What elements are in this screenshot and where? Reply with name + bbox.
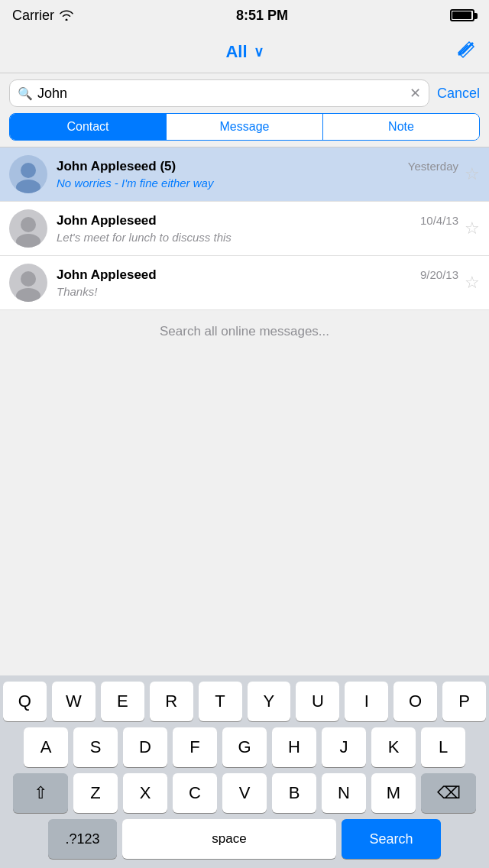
message-date: 9/20/13 [420,268,458,281]
key-h[interactable]: H [272,727,316,767]
svg-point-2 [16,180,40,193]
search-input[interactable] [37,86,405,102]
numbers-key[interactable]: .?123 [48,819,117,859]
svg-point-3 [21,217,36,232]
key-e[interactable]: E [101,682,144,721]
avatar [9,209,47,248]
key-z[interactable]: Z [73,773,118,813]
message-item[interactable]: John Appleseed 9/20/13 Thanks! ☆ [0,256,489,310]
message-content: John Appleseed 10/4/13 Let's meet for lu… [57,213,458,245]
battery-indicator [450,9,477,21]
space-key[interactable]: space [122,819,336,859]
status-bar: Carrier 8:51 PM [0,0,489,31]
wifi-icon [59,10,74,21]
battery-icon [450,9,474,21]
keyboard-row-1: Q W E R T Y U I O P [3,682,486,721]
message-header: John Appleseed (5) Yesterday [57,159,458,174]
key-v[interactable]: V [222,773,267,813]
segment-control: Contact Message Note [9,113,480,141]
message-date: 10/4/13 [420,214,458,227]
svg-point-1 [21,163,36,178]
avatar [9,155,47,193]
key-b[interactable]: B [272,773,316,813]
chevron-down-icon: ∨ [254,44,264,60]
keyboard: Q W E R T Y U I O P A S D F G H J K L ⇧ … [0,675,489,868]
message-name: John Appleseed [57,213,157,228]
key-i[interactable]: I [345,682,388,721]
keyboard-row-3: ⇧ Z X C V B N M ⌫ [3,773,486,813]
segment-contact[interactable]: Contact [10,114,166,140]
message-content: John Appleseed (5) Yesterday No worries … [57,159,458,190]
key-a[interactable]: A [24,727,68,767]
star-icon[interactable]: ☆ [465,219,480,238]
key-x[interactable]: X [123,773,167,813]
shift-key[interactable]: ⇧ [13,773,68,813]
message-preview: Let's meet for lunch to discuss this [57,231,232,244]
nav-bar: All ∨ [0,31,489,73]
search-input-wrapper[interactable]: 🔍 ✕ [9,79,429,107]
carrier-text: Carrier [12,8,74,24]
key-l[interactable]: L [421,727,465,767]
segment-note[interactable]: Note [322,114,479,140]
message-header: John Appleseed 10/4/13 [57,213,458,228]
key-r[interactable]: R [150,682,193,721]
person-icon [9,155,47,193]
key-k[interactable]: K [371,727,416,767]
message-header: John Appleseed 9/20/13 [57,267,458,283]
nav-title-label: All [225,42,247,62]
search-icon: 🔍 [18,86,33,101]
backspace-key[interactable]: ⌫ [421,773,476,813]
message-name: John Appleseed [57,267,157,283]
avatar [9,264,47,302]
key-g[interactable]: G [222,727,267,767]
svg-point-5 [21,271,36,287]
search-all-online[interactable]: Search all online messages... [0,310,489,353]
key-j[interactable]: J [322,727,366,767]
key-o[interactable]: O [393,682,437,721]
key-t[interactable]: T [199,682,242,721]
message-item[interactable]: John Appleseed (5) Yesterday No worries … [0,147,489,202]
star-icon[interactable]: ☆ [465,164,480,184]
clear-search-button[interactable]: ✕ [410,85,421,102]
keyboard-row-4: .?123 space Search [3,819,486,859]
key-s[interactable]: S [73,727,118,767]
key-u[interactable]: U [296,682,339,721]
message-preview: Thanks! [57,285,97,298]
star-icon[interactable]: ☆ [465,273,480,293]
message-item[interactable]: John Appleseed 10/4/13 Let's meet for lu… [0,202,489,256]
message-preview: No worries - I'm fine either way [57,177,213,189]
key-m[interactable]: M [371,773,416,813]
svg-point-6 [16,288,40,302]
key-q[interactable]: Q [3,682,47,721]
svg-point-4 [16,234,40,248]
key-d[interactable]: D [123,727,167,767]
key-f[interactable]: F [173,727,217,767]
status-time: 8:51 PM [236,8,288,24]
search-bar: 🔍 ✕ Cancel [0,73,489,113]
key-c[interactable]: C [173,773,217,813]
carrier-label: Carrier [12,8,54,24]
keyboard-row-2: A S D F G H J K L [3,727,486,767]
cancel-search-button[interactable]: Cancel [437,86,480,102]
segment-message[interactable]: Message [166,114,322,140]
key-n[interactable]: N [322,773,366,813]
key-w[interactable]: W [52,682,96,721]
message-list: John Appleseed (5) Yesterday No worries … [0,147,489,310]
message-name: John Appleseed (5) [57,159,176,174]
compose-icon [455,39,477,60]
message-date: Yesterday [408,160,458,173]
search-key[interactable]: Search [342,819,441,859]
message-content: John Appleseed 9/20/13 Thanks! [57,267,458,299]
person-icon [9,209,47,248]
key-p[interactable]: P [442,682,486,721]
key-y[interactable]: Y [248,682,291,721]
compose-button[interactable] [455,39,477,65]
person-icon [9,264,47,302]
nav-title-group[interactable]: All ∨ [225,42,263,62]
